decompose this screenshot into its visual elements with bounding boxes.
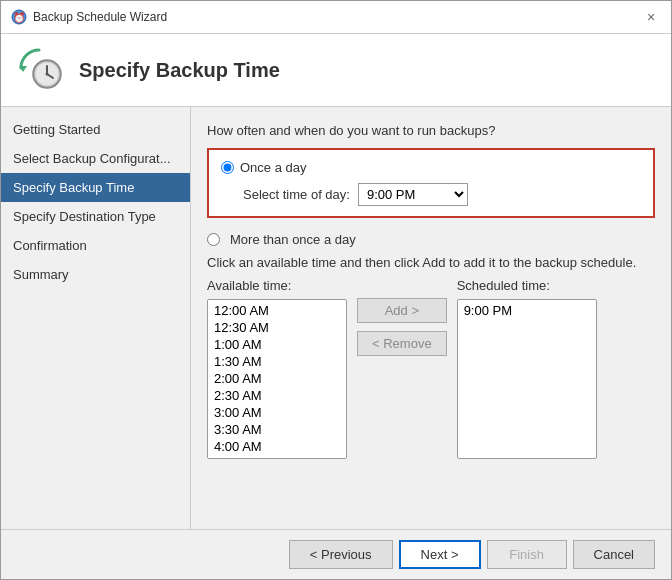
close-button[interactable]: × <box>641 7 661 27</box>
svg-point-7 <box>46 73 49 76</box>
scheduled-time-section: Scheduled time: 9:00 PM <box>457 278 597 459</box>
window-icon: ⏰ <box>11 9 27 25</box>
once-a-day-radio-row: Once a day <box>221 160 641 175</box>
wizard-footer: < Previous Next > Finish Cancel <box>1 529 671 579</box>
select-time-row: Select time of day: 12:00 AM12:30 AM1:00… <box>243 183 641 206</box>
next-button[interactable]: Next > <box>399 540 481 569</box>
wizard-window: ⏰ Backup Schedule Wizard × Specify Backu… <box>0 0 672 580</box>
available-time-listbox[interactable]: 12:00 AM12:30 AM1:00 AM1:30 AM2:00 AM2:3… <box>207 299 347 459</box>
page-title: Specify Backup Time <box>79 59 280 82</box>
select-time-label: Select time of day: <box>243 187 350 202</box>
title-bar: ⏰ Backup Schedule Wizard × <box>1 1 671 34</box>
main-content: How often and when do you want to run ba… <box>191 107 671 529</box>
sidebar-item-confirmation[interactable]: Confirmation <box>1 231 190 260</box>
more-description: Click an available time and then click A… <box>207 255 655 270</box>
more-than-once-radio-row: More than once a day <box>207 232 655 247</box>
sidebar-item-specify-destination[interactable]: Specify Destination Type <box>1 202 190 231</box>
title-bar-left: ⏰ Backup Schedule Wizard <box>11 9 167 25</box>
sidebar-item-summary[interactable]: Summary <box>1 260 190 289</box>
svg-text:⏰: ⏰ <box>13 11 26 24</box>
scheduled-time-listbox[interactable]: 9:00 PM <box>457 299 597 459</box>
sidebar-item-getting-started[interactable]: Getting Started <box>1 115 190 144</box>
more-than-once-section: More than once a day Click an available … <box>207 232 655 459</box>
sidebar-item-specify-backup-time[interactable]: Specify Backup Time <box>1 173 190 202</box>
cancel-button[interactable]: Cancel <box>573 540 655 569</box>
sidebar-item-select-backup[interactable]: Select Backup Configurat... <box>1 144 190 173</box>
previous-button[interactable]: < Previous <box>289 540 393 569</box>
sidebar: Getting Started Select Backup Configurat… <box>1 107 191 529</box>
add-remove-buttons: Add > < Remove <box>357 278 447 356</box>
once-a-day-label[interactable]: Once a day <box>240 160 307 175</box>
more-than-once-label[interactable]: More than once a day <box>230 232 356 247</box>
once-a-day-radio[interactable] <box>221 161 234 174</box>
available-time-section: Available time: 12:00 AM12:30 AM1:00 AM1… <box>207 278 347 459</box>
window-title: Backup Schedule Wizard <box>33 10 167 24</box>
finish-button: Finish <box>487 540 567 569</box>
header-icon <box>17 46 65 94</box>
question-text: How often and when do you want to run ba… <box>207 123 655 138</box>
available-time-label: Available time: <box>207 278 347 293</box>
more-than-once-radio[interactable] <box>207 233 220 246</box>
scheduled-time-label: Scheduled time: <box>457 278 597 293</box>
remove-button[interactable]: < Remove <box>357 331 447 356</box>
wizard-content: Getting Started Select Backup Configurat… <box>1 107 671 529</box>
add-button[interactable]: Add > <box>357 298 447 323</box>
wizard-header: Specify Backup Time <box>1 34 671 107</box>
once-a-day-section: Once a day Select time of day: 12:00 AM1… <box>207 148 655 218</box>
time-of-day-dropdown[interactable]: 12:00 AM12:30 AM1:00 AM1:30 AM2:00 AM2:3… <box>358 183 468 206</box>
time-lists: Available time: 12:00 AM12:30 AM1:00 AM1… <box>207 278 655 459</box>
